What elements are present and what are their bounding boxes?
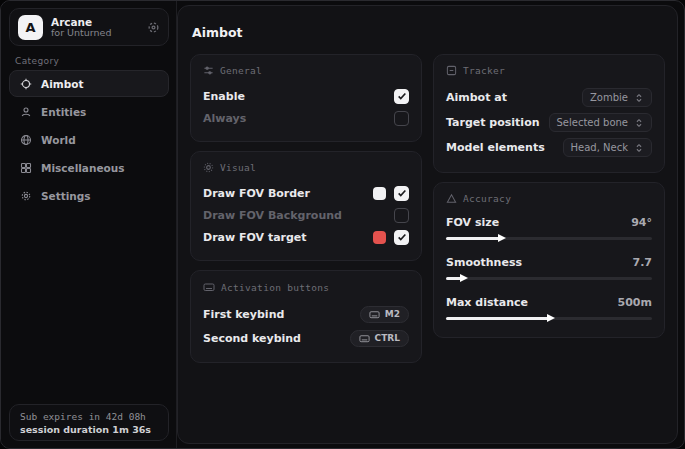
setting-row-aimbot-at: Aimbot at Zombie xyxy=(446,85,652,110)
card-title: General xyxy=(220,65,262,76)
category-label: Category xyxy=(15,56,59,66)
second-keybind-button[interactable]: CTRL xyxy=(350,330,409,347)
app-header: A Arcane for Unturned xyxy=(9,8,169,46)
card-title: Activation buttons xyxy=(221,282,329,293)
app-name: Arcane xyxy=(51,16,139,28)
target-position-select[interactable]: Selected bone xyxy=(549,113,652,132)
crosshair-icon xyxy=(20,78,32,90)
first-keybind-button[interactable]: M2 xyxy=(360,306,409,323)
fov-background-checkbox[interactable] xyxy=(394,208,409,223)
keyboard-icon xyxy=(369,309,380,320)
session-duration-text: session duration 1m 36s xyxy=(20,424,158,435)
card-title: Visual xyxy=(220,162,256,173)
setting-row-second-keybind: Second keybind CTRL xyxy=(203,326,409,350)
sidebar-menu: Aimbot Entities World Miscellaneous xyxy=(9,70,169,209)
sidebar-item-label: World xyxy=(41,134,76,146)
sidebar-item-label: Settings xyxy=(41,190,91,202)
page-title: Aimbot xyxy=(192,25,665,40)
setting-row-always: Always xyxy=(203,107,409,129)
setting-row-fov-background: Draw FOV Background xyxy=(203,204,409,226)
main-panel: Aimbot General Enable xyxy=(177,5,678,444)
setting-group-max-distance: Max distance 500m xyxy=(446,293,652,323)
always-checkbox[interactable] xyxy=(394,111,409,126)
right-column: Tracker Aimbot at Zombie Target position xyxy=(433,54,665,363)
sidebar-item-label: Aimbot xyxy=(41,78,83,90)
smoothness-slider[interactable] xyxy=(446,274,652,283)
left-column: General Enable Always xyxy=(190,54,422,363)
grid-icon xyxy=(20,162,32,174)
gear-icon xyxy=(20,190,32,202)
slider-thumb[interactable] xyxy=(547,314,555,322)
chevrons-up-down-icon xyxy=(634,143,644,153)
tracker-card: Tracker Aimbot at Zombie Target position xyxy=(433,54,665,173)
app-window: A Arcane for Unturned Category Aimbot xyxy=(0,0,685,449)
sync-icon[interactable] xyxy=(147,21,160,34)
sidebar-item-label: Entities xyxy=(41,106,86,118)
model-elements-select[interactable]: Head, Neck xyxy=(563,138,652,157)
fov-size-slider[interactable] xyxy=(446,234,652,243)
activation-card: Activation buttons First keybind M2 Seco… xyxy=(190,270,422,363)
aimbot-at-select[interactable]: Zombie xyxy=(582,88,652,107)
accuracy-card: Accuracy FOV size 94° xyxy=(433,182,665,338)
visual-card: Visual Draw FOV Border Draw FOV Backgrou… xyxy=(190,151,422,261)
sidebar-item-label: Miscellaneous xyxy=(41,162,124,174)
setting-group-fov-size: FOV size 94° xyxy=(446,213,652,243)
setting-row-first-keybind: First keybind M2 xyxy=(203,302,409,326)
chevrons-up-down-icon xyxy=(634,118,644,128)
setting-row-target-position: Target position Selected bone xyxy=(446,110,652,135)
app-subtitle: for Unturned xyxy=(51,28,139,39)
card-title: Accuracy xyxy=(463,193,511,204)
keyboard-icon xyxy=(203,281,215,293)
sidebar-item-world[interactable]: World xyxy=(9,126,169,153)
sidebar-item-entities[interactable]: Entities xyxy=(9,98,169,125)
max-distance-slider[interactable] xyxy=(446,314,652,323)
sidebar-item-settings[interactable]: Settings xyxy=(9,182,169,209)
max-distance-value: 500m xyxy=(618,296,652,309)
sidebar-item-aimbot[interactable]: Aimbot xyxy=(9,70,169,97)
sidebar: A Arcane for Unturned Category Aimbot xyxy=(1,1,177,448)
keyboard-icon xyxy=(359,333,370,344)
minus-square-icon xyxy=(446,65,457,76)
color-swatch-red[interactable] xyxy=(373,231,386,244)
fov-size-value: 94° xyxy=(631,216,652,229)
setting-row-fov-border: Draw FOV Border xyxy=(203,182,409,204)
sliders-icon xyxy=(203,65,214,76)
setting-group-smoothness: Smoothness 7.7 xyxy=(446,253,652,283)
setting-row-model-elements: Model elements Head, Neck xyxy=(446,135,652,160)
fov-target-checkbox[interactable] xyxy=(394,230,409,245)
setting-row-enable: Enable xyxy=(203,85,409,107)
setting-row-fov-target: Draw FOV target xyxy=(203,226,409,248)
card-title: Tracker xyxy=(463,65,505,76)
slider-thumb[interactable] xyxy=(460,274,468,282)
general-card: General Enable Always xyxy=(190,54,422,142)
triangle-icon xyxy=(446,193,457,204)
subscription-info: Sub expires in 42d 08h session duration … xyxy=(9,404,169,441)
chevrons-up-down-icon xyxy=(634,93,644,103)
smoothness-value: 7.7 xyxy=(633,256,653,269)
slider-thumb[interactable] xyxy=(498,234,506,242)
globe-icon xyxy=(20,134,32,146)
color-swatch-white[interactable] xyxy=(373,187,386,200)
sidebar-item-miscellaneous[interactable]: Miscellaneous xyxy=(9,154,169,181)
sun-icon xyxy=(203,162,214,173)
fov-border-checkbox[interactable] xyxy=(394,186,409,201)
enable-checkbox[interactable] xyxy=(394,89,409,104)
sub-expiry-text: Sub expires in 42d 08h xyxy=(20,411,158,422)
entities-icon xyxy=(20,106,32,118)
app-logo: A xyxy=(18,15,43,40)
